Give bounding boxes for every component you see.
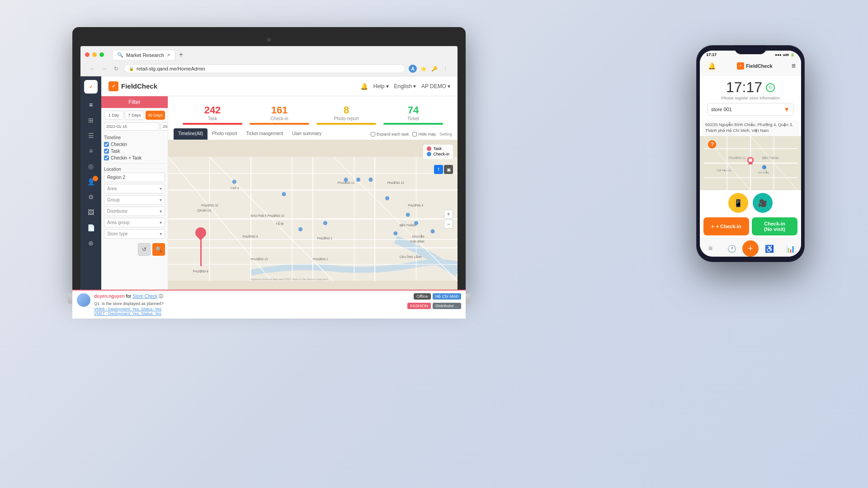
notification-icon-btn[interactable]: 🔔 [360, 83, 368, 90]
store-type-dropdown[interactable]: Store type ▾ [104, 229, 165, 239]
stat-ticket: 74 Ticket [380, 104, 447, 128]
sidebar-item-location[interactable]: ◎ [83, 160, 99, 173]
checkin-task-checkbox-label: Checkin + Task [111, 155, 142, 160]
forward-button[interactable]: → [100, 65, 108, 73]
task-checkbox[interactable] [104, 149, 109, 154]
zoom-out-button[interactable]: − [444, 220, 453, 229]
bookmark-icon[interactable]: ⭐ [420, 65, 428, 73]
task-checkbox-label: Task [111, 149, 120, 154]
tab-photo-report[interactable]: Photo report [208, 128, 241, 140]
period-7days[interactable]: 7 Days [125, 111, 144, 120]
checkin-value: 161 [250, 104, 309, 116]
checkin-checkbox[interactable] [104, 142, 109, 147]
sidebar-item-chart[interactable]: ≡ [83, 144, 99, 158]
tab-ticket-management[interactable]: Ticket mangement [241, 128, 288, 140]
language-chevron: ▾ [413, 83, 416, 89]
phone-bell-icon[interactable]: 🔔 [705, 60, 718, 72]
share-other-button[interactable]: ▣ [444, 165, 453, 174]
phone-action-photo[interactable]: 🎥 [753, 193, 773, 213]
phone-action-task[interactable]: 📱 [728, 193, 748, 213]
share-facebook-button[interactable]: f [434, 165, 443, 174]
period-1day[interactable]: 1 Day [104, 111, 123, 120]
refresh-button[interactable]: ↻ [112, 65, 120, 73]
sidebar-item-add[interactable]: ⊕ [83, 236, 99, 250]
phone-brand: ✓ FieldCheck [722, 62, 788, 70]
refresh-circle-icon[interactable]: ↻ [766, 83, 775, 92]
zoom-in-button[interactable]: + [444, 210, 453, 219]
tab-title: Market Research [126, 52, 164, 58]
area-chevron: ▾ [160, 186, 162, 191]
svg-point-38 [406, 213, 410, 217]
demo-menu[interactable]: AP DEMO ▾ [421, 83, 450, 89]
phone-menu-icon[interactable]: ≡ [792, 62, 796, 70]
period-30days[interactable]: 30 Days [146, 111, 165, 120]
phone-map-svg: PHƯỜNG 11 BẾN THÀNH Chợ Bến Cỏ NGUYỄN ? [700, 136, 801, 190]
area-dropdown[interactable]: Area ▾ [104, 184, 165, 193]
new-tab-button[interactable]: + [179, 51, 183, 59]
chart-icon: ≡ [89, 147, 93, 155]
browser-minimize-dot[interactable] [92, 52, 97, 57]
distributor-dropdown[interactable]: Distributor ▾ [104, 206, 165, 216]
stat-checkin: 161 Check-in [246, 104, 313, 128]
date-end-input[interactable] [160, 122, 168, 131]
browser-maximize-dot[interactable] [99, 52, 104, 57]
browser-tab-bar: 🔍 Market Research ✕ + [112, 50, 183, 60]
phone-store-select[interactable]: store 001 ▼ [707, 103, 794, 116]
ticket-bar [383, 123, 443, 125]
setting-link[interactable]: Setting [439, 132, 452, 136]
hide-map-checkbox[interactable]: Hide map [412, 132, 436, 136]
svg-point-62 [749, 159, 752, 162]
group-dropdown[interactable]: Group ▾ [104, 195, 165, 205]
sidebar-item-list[interactable]: ☰ [83, 129, 99, 142]
extension-icon[interactable]: 🔑 [430, 65, 439, 73]
browser-close-dot[interactable] [85, 52, 90, 57]
sidebar-item-dashboard[interactable]: ⊞ [83, 113, 99, 127]
ticket-value: 74 [383, 104, 443, 116]
checkin-checkbox-label: Checkin [111, 142, 127, 147]
address-bar[interactable]: 🔒 retail-stg.qand.me/HomeAdmin [124, 64, 405, 73]
search-filter-button[interactable]: 🔍 [152, 243, 165, 256]
tab-options: Expand each task Hide map Setting [371, 132, 452, 136]
browser-nav-bar: ← → ↻ 🔒 retail-stg.qand.me/HomeAdmin A ⭐… [85, 62, 453, 76]
expand-task-checkbox[interactable]: Expand each task [371, 132, 409, 136]
help-menu[interactable]: Help ▾ [373, 83, 389, 89]
back-button[interactable]: ← [89, 65, 97, 73]
svg-text:TỔ 55: TỔ 55 [276, 221, 284, 225]
phone-nav-chart[interactable]: 📊 [780, 244, 801, 253]
checkin-novisit-button[interactable]: Check-in(No visit) [752, 217, 797, 235]
checkin-button[interactable]: + + Check-in [703, 217, 749, 235]
laptop-body: 🔍 Market Research ✕ + ← → ↻ 🔒 [72, 27, 466, 319]
browser-tab-active[interactable]: 🔍 Market Research ✕ [112, 50, 175, 60]
sidebar-item-gallery[interactable]: 🖼 [83, 206, 99, 219]
area-label: Area [107, 186, 117, 191]
phone-nav-add[interactable]: + [742, 240, 759, 257]
sidebar-item-toggle[interactable]: ≡ [83, 98, 99, 112]
brand-name: FieldCheck [121, 82, 157, 90]
language-menu[interactable]: English ▾ [394, 83, 416, 89]
tab-close-button[interactable]: ✕ [167, 52, 170, 57]
stat-photo-report: 8 Photo report [313, 104, 380, 128]
checkin-task-checkbox[interactable] [104, 155, 109, 160]
area-group-dropdown[interactable]: Area group ▾ [104, 218, 165, 227]
svg-point-43 [298, 227, 302, 231]
phone-nav-list[interactable]: ≡ [700, 244, 721, 253]
timeline-connector [200, 239, 202, 266]
sidebar-item-settings[interactable]: ⚙ [83, 190, 99, 204]
svg-text:NGUYỄN: NGUYỄN [412, 235, 424, 238]
profile-icon[interactable]: A [409, 65, 417, 73]
phone-screen: 17:17 ●●● wifi 🔋 🔔 ✓ FieldCheck ≡ [700, 51, 801, 257]
area-group-chevron: ▾ [160, 220, 162, 225]
date-start-input[interactable] [104, 122, 159, 131]
tab-timeline-all[interactable]: Timeline(All) [174, 128, 208, 140]
reset-filter-button[interactable]: ↺ [138, 243, 151, 256]
location-input[interactable]: Region 2 [104, 173, 165, 182]
phone-nav-accessibility[interactable]: ♿ [759, 244, 780, 253]
more-options-icon[interactable]: ⋮ [441, 65, 449, 73]
sidebar-item-users[interactable]: 👤 [83, 175, 99, 188]
sidebar-item-docs[interactable]: 📄 [83, 221, 99, 235]
location-icon: ◎ [88, 163, 94, 170]
svg-text:PHƯỜNG 15: PHƯỜNG 15 [251, 258, 268, 261]
tab-user-summary[interactable]: User summary [288, 128, 326, 140]
distributor-chevron: ▾ [160, 209, 162, 214]
phone-nav-history[interactable]: 🕐 [721, 244, 742, 253]
